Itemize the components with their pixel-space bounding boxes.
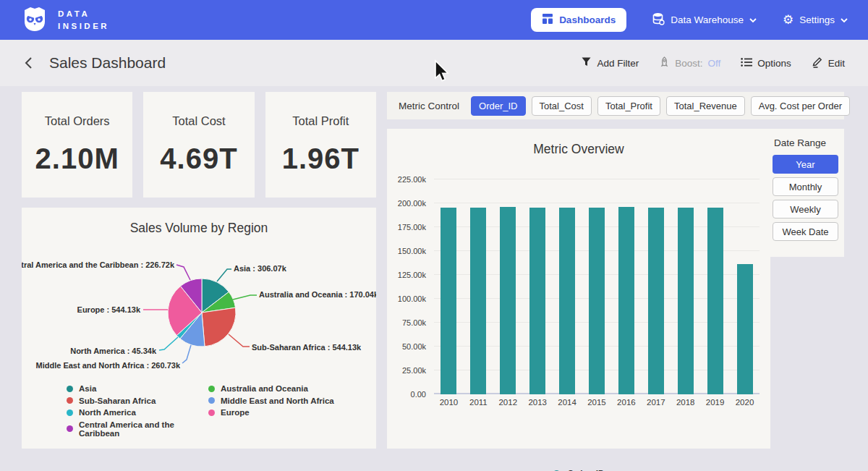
date-option-year[interactable]: Year [773, 155, 838, 174]
metric-chip-avg-cost-per-order[interactable]: Avg. Cost per Order [751, 96, 850, 116]
legend-column: Australia and OceaniaMiddle East and Nor… [208, 384, 350, 441]
kpi-card-total-orders: Total Orders 2.10M [22, 92, 132, 198]
legend-item-europe: Europe [208, 408, 350, 417]
bar-slot [493, 179, 523, 394]
metric-chips: Order_IDTotal_CostTotal_ProfitTotal_Reve… [471, 96, 850, 116]
bar-2020 [737, 264, 753, 394]
pie-label-australia-and-oceania: Australia and Oceania : 170.04k [259, 290, 376, 299]
pie-label-europe: Europe : 544.13k [77, 305, 141, 314]
kpi-label: Total Cost [172, 114, 225, 128]
legend-item-central-america-and-the-caribbean: Central America and the Caribbean [67, 420, 208, 438]
date-range-title: Date Range [774, 137, 844, 148]
pie-label-middle-east-and-north-africa: Middle East and North Africa : 260.73k [36, 361, 181, 370]
bar-slot [730, 179, 760, 394]
bar-2012 [500, 207, 516, 394]
bar-slot [582, 179, 612, 394]
date-option-week-date[interactable]: Week Date [773, 222, 838, 241]
bar-chart-card: Metric Overview 225.00k200.00k175.00k150… [387, 129, 770, 449]
legend-item-north-america: North America [67, 408, 208, 417]
add-filter-button[interactable]: Add Filter [581, 56, 639, 69]
page-header: Sales Dashboard Add Filter Boost: Off [0, 40, 868, 86]
legend-label: Sub-Saharan Africa [79, 396, 156, 405]
pie-leader-line [217, 269, 231, 281]
pie-slice-sub-saharan-africa [202, 307, 236, 347]
boost-toggle[interactable]: Boost: Off [659, 56, 720, 70]
x-tick-label: 2017 [641, 398, 671, 407]
kpi-value: 2.10M [35, 143, 119, 175]
y-tick-label: 125.00k [398, 271, 426, 279]
dashboard-grid-icon [542, 13, 553, 27]
legend-item-sub-saharan-africa: Sub-Saharan Africa [67, 396, 208, 405]
kpi-row: Total Orders 2.10M Total Cost 4.69T Tota… [22, 92, 376, 198]
metric-control-label: Metric Control [399, 101, 459, 111]
bar-slot [611, 179, 641, 394]
bar-plot-area [434, 179, 760, 394]
bars-row [434, 179, 760, 394]
legend-item-middle-east-and-north-africa: Middle East and North Africa [208, 396, 350, 405]
database-icon [652, 12, 665, 27]
y-tick-label: 50.00k [402, 342, 426, 351]
back-button[interactable] [23, 56, 33, 70]
bar-2017 [648, 208, 664, 394]
y-axis: 225.00k200.00k175.00k150.00k125.00k100.0… [387, 179, 429, 394]
metric-chip-total-cost[interactable]: Total_Cost [532, 96, 592, 116]
y-tick-label: 175.00k [398, 223, 426, 232]
date-option-weekly[interactable]: Weekly [773, 200, 838, 218]
settings-label: Settings [799, 14, 835, 25]
y-tick-label: 0.00 [411, 390, 426, 399]
bar-slot [641, 179, 671, 394]
legend-label: Asia [79, 384, 96, 393]
chevron-down-icon [749, 14, 757, 25]
dashboards-label: Dashboards [559, 14, 616, 25]
edit-button[interactable]: Edit [812, 56, 845, 70]
legend-label: Central America and the Caribbean [79, 420, 208, 438]
legend-dot [67, 410, 73, 416]
x-tick-label: 2010 [434, 398, 464, 407]
legend-label: Australia and Oceania [221, 384, 308, 393]
options-button[interactable]: Options [741, 57, 791, 69]
legend-dot [208, 397, 215, 404]
bar-2014 [559, 208, 575, 394]
bar-slot [700, 179, 730, 394]
legend-label: Middle East and North Africa [221, 396, 334, 405]
kpi-value: 4.69T [160, 143, 237, 175]
x-tick-label: 2015 [582, 398, 612, 407]
legend-dot [208, 410, 215, 416]
data-warehouse-menu[interactable]: Data Warehouse [652, 12, 757, 27]
x-axis: 2010201120122013201420152016201720182019… [434, 398, 760, 407]
metric-chip-total-revenue[interactable]: Total_Revenue [666, 96, 745, 116]
metric-control-bar: Metric Control Order_IDTotal_CostTotal_P… [387, 92, 844, 119]
x-tick-label: 2013 [523, 398, 553, 407]
x-tick-label: 2020 [730, 398, 760, 407]
x-tick-label: 2016 [611, 398, 641, 407]
legend-dot [67, 397, 73, 404]
dashboards-button[interactable]: Dashboards [531, 8, 626, 32]
metric-chip-total-profit[interactable]: Total_Profit [597, 96, 660, 116]
bar-2018 [678, 208, 694, 394]
metric-chip-order-id[interactable]: Order_ID [471, 96, 525, 116]
date-range-panel: Date Range YearMonthlyWeeklyWeek Date [767, 129, 844, 257]
bar-2013 [529, 208, 545, 394]
bar-2015 [589, 208, 605, 394]
data-warehouse-label: Data Warehouse [671, 14, 744, 25]
y-tick-label: 150.00k [398, 247, 426, 255]
page-title: Sales Dashboard [49, 54, 166, 72]
bar-slot [671, 179, 700, 394]
bar-slot [434, 179, 464, 394]
chevron-down-icon [841, 14, 848, 25]
bar-slot [553, 179, 582, 394]
y-tick-label: 225.00k [398, 175, 426, 184]
pie-label-asia: Asia : 306.07k [234, 264, 287, 273]
settings-menu[interactable]: ⚙ Settings [783, 14, 848, 26]
y-tick-label: 100.00k [398, 294, 426, 303]
bar-2010 [441, 208, 456, 394]
kpi-value: 1.96T [282, 143, 359, 175]
x-tick-label: 2019 [700, 398, 730, 407]
legend-dot [67, 425, 73, 432]
date-option-monthly[interactable]: Monthly [773, 177, 838, 196]
bar-slot [523, 179, 553, 394]
y-tick-label: 200.00k [398, 199, 426, 208]
pie-leader-line [176, 265, 190, 280]
bar-2019 [707, 208, 723, 394]
owl-logo-icon [20, 4, 49, 36]
